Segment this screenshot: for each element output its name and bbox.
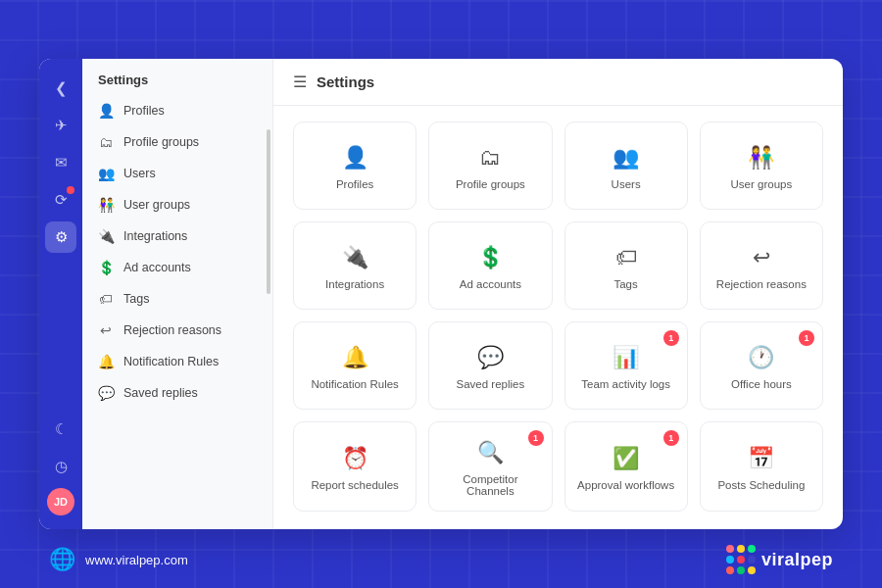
card-report-schedules-label: Report schedules — [311, 479, 399, 491]
settings-grid: 👤 Profiles 🗂 Profile groups 👥 Users 👫 Us… — [293, 122, 823, 512]
ad-accounts-icon: 💲 — [98, 260, 114, 275]
sidebar-scrollbar[interactable] — [267, 129, 270, 294]
card-report-schedules[interactable]: ⏰ Report schedules — [293, 421, 416, 512]
card-approval-workflows[interactable]: 1 ✅ Approval workflows — [564, 421, 688, 512]
card-office-hours-label: Office hours — [731, 378, 792, 390]
card-saved-replies[interactable]: 💬 Saved replies — [428, 321, 552, 410]
rejection-icon: ↩ — [98, 322, 114, 338]
footer-brand: viralpep — [726, 545, 833, 574]
card-user-groups[interactable]: 👫 User groups — [700, 122, 823, 210]
sidebar-item-user-groups[interactable]: 👫 User groups — [82, 189, 272, 220]
sidebar-item-profile-groups[interactable]: 🗂 Profile groups — [82, 126, 272, 158]
card-users-label: Users — [612, 178, 641, 190]
card-users[interactable]: 👥 Users — [564, 122, 688, 210]
card-office-hours-icon: 🕐 — [748, 345, 774, 370]
card-competitor-channels[interactable]: 1 🔍 Competitor Channels — [428, 421, 552, 512]
office-hours-badge: 1 — [799, 330, 814, 346]
card-team-activity-label: Team activity logs — [581, 378, 670, 390]
nav-moon[interactable]: ☾ — [45, 414, 76, 445]
card-tags-label: Tags — [613, 278, 637, 290]
nav-inbox[interactable]: ✉ — [45, 147, 76, 178]
tags-icon: 🏷 — [98, 291, 114, 307]
viralpep-dots-logo — [726, 545, 756, 574]
main-container: ❮ ✈ ✉ ⟳ ⚙ ☾ ◷ JD Settings 👤 Profiles 🗂 P… — [39, 59, 843, 529]
team-activity-badge: 1 — [663, 330, 679, 346]
sidebar-label-user-groups: User groups — [123, 198, 190, 212]
card-profile-groups-label: Profile groups — [456, 178, 525, 190]
card-notification-label: Notification Rules — [311, 378, 398, 390]
card-posts-scheduling-icon: 📅 — [748, 446, 774, 471]
profile-icon: 👤 — [98, 103, 114, 119]
card-notification-rules[interactable]: 🔔 Notification Rules — [293, 321, 416, 410]
card-ad-accounts-icon: 💲 — [477, 245, 504, 270]
footer: 🌐 www.viralpep.com viralpep — [0, 531, 882, 588]
nav-clock[interactable]: ◷ — [45, 451, 76, 482]
card-user-groups-icon: 👫 — [748, 145, 774, 171]
sidebar-item-users[interactable]: 👥 Users — [82, 158, 272, 189]
nav-settings[interactable]: ⚙ — [45, 221, 76, 253]
card-rejection-reasons[interactable]: ↩ Rejection reasons — [700, 221, 823, 310]
card-saved-replies-icon: 💬 — [477, 345, 504, 370]
integrations-icon: 🔌 — [98, 228, 114, 244]
sidebar-label-integrations: Integrations — [123, 229, 187, 243]
saved-replies-icon: 💬 — [98, 385, 114, 401]
sidebar-item-notification-rules[interactable]: 🔔 Notification Rules — [82, 346, 272, 377]
sidebar-item-tags[interactable]: 🏷 Tags — [82, 283, 272, 315]
sidebar-label-profiles: Profiles — [123, 104, 165, 118]
card-posts-scheduling[interactable]: 📅 Posts Scheduling — [700, 421, 823, 512]
card-integrations[interactable]: 🔌 Integrations — [293, 221, 416, 310]
content-header: ☰ Settings — [273, 59, 843, 106]
card-team-activity-icon: 📊 — [612, 345, 639, 370]
card-user-groups-label: User groups — [731, 178, 793, 190]
card-team-activity-logs[interactable]: 1 📊 Team activity logs — [564, 321, 688, 410]
card-approval-workflows-icon: ✅ — [612, 446, 639, 471]
sidebar-label-rejection: Rejection reasons — [123, 323, 221, 337]
approval-workflows-badge: 1 — [663, 430, 679, 446]
competitor-channels-badge: 1 — [528, 430, 544, 446]
notification-icon: 🔔 — [98, 354, 114, 369]
sidebar-item-ad-accounts[interactable]: 💲 Ad accounts — [82, 252, 272, 283]
icon-nav: ❮ ✈ ✉ ⟳ ⚙ ☾ ◷ JD — [39, 59, 82, 529]
card-tags-icon: 🏷 — [615, 245, 637, 270]
card-profile-groups[interactable]: 🗂 Profile groups — [428, 122, 552, 210]
card-profile-groups-icon: 🗂 — [479, 145, 501, 171]
footer-url-text: www.viralpep.com — [85, 553, 188, 567]
card-approval-workflows-label: Approval workflows — [577, 479, 674, 491]
nav-refresh-badge — [67, 186, 74, 194]
sidebar-label-tags: Tags — [123, 292, 149, 306]
card-competitor-channels-icon: 🔍 — [477, 440, 504, 466]
card-posts-scheduling-label: Posts Scheduling — [717, 479, 805, 491]
nav-refresh[interactable]: ⟳ — [45, 184, 76, 216]
card-profiles-icon: 👤 — [342, 145, 368, 171]
hamburger-icon[interactable]: ☰ — [293, 73, 307, 91]
card-tags[interactable]: 🏷 Tags — [564, 221, 688, 310]
card-office-hours[interactable]: 1 🕐 Office hours — [700, 321, 823, 410]
card-rejection-label: Rejection reasons — [716, 278, 807, 290]
card-competitor-channels-label: Competitor Channels — [441, 473, 539, 497]
sidebar-label-users: Users — [123, 167, 156, 180]
sidebar-item-integrations[interactable]: 🔌 Integrations — [82, 220, 272, 252]
sidebar-header: Settings — [82, 59, 272, 95]
sidebar-item-profiles[interactable]: 👤 Profiles — [82, 95, 272, 126]
sidebar-item-saved-replies[interactable]: 💬 Saved replies — [82, 377, 272, 409]
sidebar-label-notification: Notification Rules — [123, 355, 219, 368]
card-ad-accounts-label: Ad accounts — [460, 278, 521, 290]
users-icon: 👥 — [98, 166, 114, 181]
card-rejection-icon: ↩ — [753, 245, 770, 270]
card-ad-accounts[interactable]: 💲 Ad accounts — [428, 221, 552, 310]
sidebar-item-rejection-reasons[interactable]: ↩ Rejection reasons — [82, 315, 272, 346]
card-integrations-icon: 🔌 — [342, 245, 368, 270]
profile-groups-icon: 🗂 — [98, 134, 114, 150]
user-avatar[interactable]: JD — [47, 488, 74, 515]
user-groups-icon: 👫 — [98, 197, 114, 213]
card-saved-replies-label: Saved replies — [457, 378, 525, 390]
nav-send[interactable]: ✈ — [45, 110, 76, 141]
card-profiles[interactable]: 👤 Profiles — [293, 122, 416, 210]
sidebar-label-saved-replies: Saved replies — [123, 386, 198, 400]
card-profiles-label: Profiles — [336, 178, 373, 190]
settings-grid-container: 👤 Profiles 🗂 Profile groups 👥 Users 👫 Us… — [273, 106, 843, 529]
page-title: Settings — [317, 74, 374, 90]
nav-collapse[interactable]: ❮ — [45, 73, 76, 104]
card-report-schedules-icon: ⏰ — [342, 446, 368, 471]
footer-url: 🌐 www.viralpep.com — [49, 547, 188, 572]
